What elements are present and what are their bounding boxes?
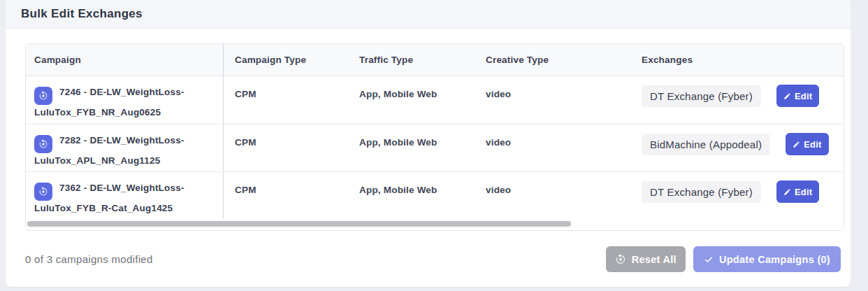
pencil-icon	[783, 92, 791, 100]
page-title: Bulk Edit Exchanges	[21, 7, 143, 21]
exchanges-group: DT Exchange (Fyber) Edit	[642, 85, 819, 107]
campaign-cell: 7362 - DE-LW_WeightLoss-LuluTox_FYB_R-Ca…	[26, 172, 224, 219]
campaign-type-cell: CPM	[224, 125, 349, 171]
table-row: 7246 - DE-LW_WeightLoss-LuluTox_FYB_NR_A…	[26, 76, 844, 124]
exchange-chip: DT Exchange (Fyber)	[642, 85, 761, 107]
pencil-icon	[783, 188, 791, 196]
exchanges-group: BidMachine (Appodeal) Edit	[642, 133, 829, 155]
exchange-chip: BidMachine (Appodeal)	[642, 134, 770, 155]
edit-exchanges-button[interactable]: Edit	[776, 180, 819, 203]
campaign-cell: 7282 - DE-LW_WeightLoss-LuluTox_APL_NR_A…	[26, 125, 224, 171]
check-icon	[704, 255, 714, 264]
exchanges-group: DT Exchange (Fyber) Edit	[642, 180, 819, 203]
creative-type-cell: video	[475, 125, 601, 171]
reset-icon	[615, 254, 626, 265]
column-header-creative-type: Creative Type	[475, 44, 601, 76]
exchanges-cell: DT Exchange (Fyber) Edit	[601, 172, 844, 219]
edit-button-label: Edit	[804, 139, 821, 150]
reset-all-button[interactable]: Reset All	[606, 246, 686, 272]
modified-status-text: 0 of 3 campaigns modified	[25, 253, 153, 265]
panel-header: Bulk Edit Exchanges	[6, 0, 851, 29]
traffic-type-cell: App, Mobile Web	[349, 172, 475, 219]
column-header-exchanges: Exchanges	[601, 44, 844, 76]
table-header-row: Campaign Campaign Type Traffic Type Crea…	[26, 44, 844, 76]
edit-exchanges-button[interactable]: Edit	[776, 85, 819, 107]
campaign-type-cell: CPM	[224, 172, 349, 219]
creative-type-cell: video	[475, 76, 601, 124]
reset-campaign-icon[interactable]	[34, 87, 52, 105]
edit-button-label: Edit	[795, 187, 812, 197]
column-header-traffic-type: Traffic Type	[349, 44, 475, 76]
reset-campaign-icon[interactable]	[34, 135, 52, 153]
exchanges-cell: BidMachine (Appodeal) Edit	[601, 125, 844, 171]
campaign-name: 7362 - DE-LW_WeightLoss-LuluTox_FYB_R-Ca…	[34, 183, 185, 213]
reset-campaign-icon[interactable]	[34, 183, 52, 201]
reset-all-label: Reset All	[632, 254, 677, 265]
pencil-icon	[793, 141, 800, 148]
campaigns-table: Campaign Campaign Type Traffic Type Crea…	[25, 43, 844, 231]
footer-bar: 0 of 3 campaigns modified Reset All Upda…	[25, 246, 844, 272]
campaign-name: 7282 - DE-LW_WeightLoss-LuluTox_APL_NR_A…	[34, 135, 185, 166]
creative-type-cell: video	[475, 172, 601, 219]
traffic-type-cell: App, Mobile Web	[349, 125, 475, 171]
bulk-edit-panel: Bulk Edit Exchanges Campaign Campaign Ty…	[6, 0, 851, 287]
exchange-chip: DT Exchange (Fyber)	[642, 181, 761, 203]
update-campaigns-label: Update Campaigns (0)	[719, 254, 830, 265]
footer-actions: Reset All Update Campaigns (0)	[606, 246, 841, 272]
campaign-cell: 7246 - DE-LW_WeightLoss-LuluTox_FYB_NR_A…	[26, 76, 224, 124]
edit-exchanges-button[interactable]: Edit	[786, 133, 828, 155]
column-header-campaign-type: Campaign Type	[224, 44, 349, 76]
table-row: 7282 - DE-LW_WeightLoss-LuluTox_APL_NR_A…	[26, 124, 844, 171]
campaign-type-cell: CPM	[224, 76, 349, 124]
edit-button-label: Edit	[795, 91, 812, 101]
update-campaigns-button[interactable]: Update Campaigns (0)	[693, 246, 841, 272]
traffic-type-cell: App, Mobile Web	[349, 76, 475, 124]
exchanges-cell: DT Exchange (Fyber) Edit	[601, 76, 844, 124]
horizontal-scrollbar	[26, 219, 844, 230]
horizontal-scrollbar-thumb[interactable]	[27, 221, 571, 227]
panel-body: Campaign Campaign Type Traffic Type Crea…	[6, 29, 851, 272]
column-header-campaign: Campaign	[26, 44, 224, 76]
table-row: 7362 - DE-LW_WeightLoss-LuluTox_FYB_R-Ca…	[26, 171, 844, 219]
campaign-name: 7246 - DE-LW_WeightLoss-LuluTox_FYB_NR_A…	[34, 87, 185, 118]
